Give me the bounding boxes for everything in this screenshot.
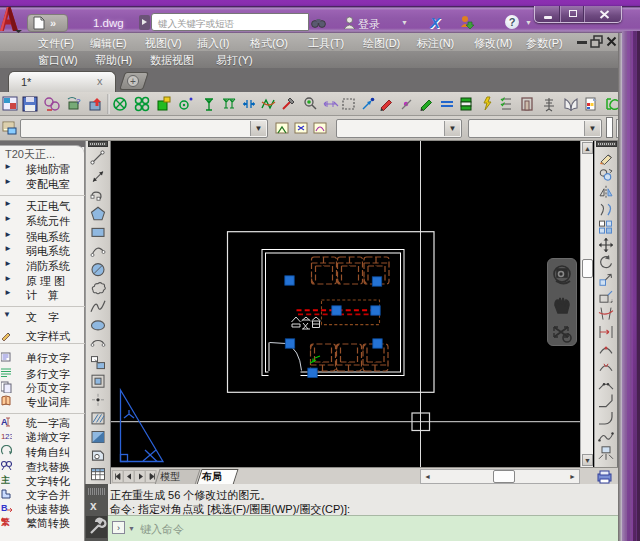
svg-text:23: 23 <box>5 432 12 441</box>
svg-text:A: A <box>1 417 8 427</box>
svg-text:繁: 繁 <box>1 517 10 527</box>
svg-text:?: ? <box>76 97 81 106</box>
svg-text:主: 主 <box>1 475 10 485</box>
svg-text:B: B <box>1 503 8 513</box>
